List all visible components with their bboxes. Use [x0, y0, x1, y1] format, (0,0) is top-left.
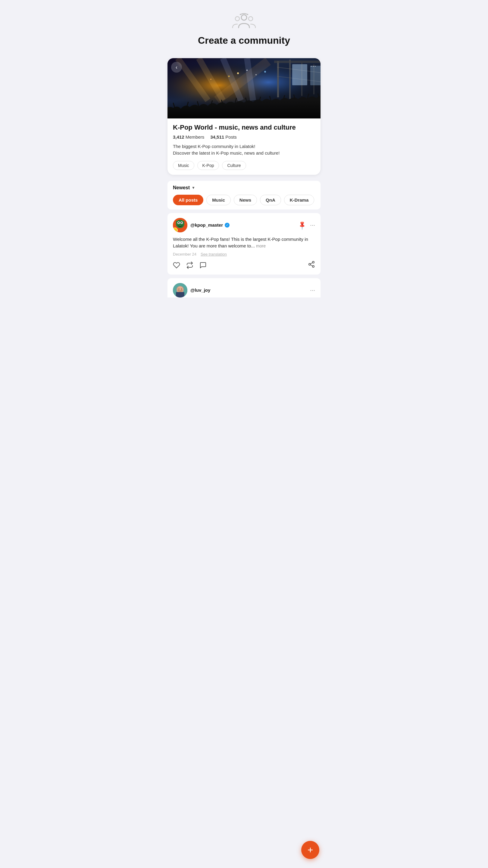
- tag-kpop[interactable]: K-Pop: [197, 161, 219, 170]
- community-icon: [232, 12, 256, 30]
- svg-line-31: [211, 100, 213, 106]
- svg-point-4: [247, 14, 248, 15]
- back-button[interactable]: ‹: [171, 62, 182, 73]
- avatar-kpop-master: 👑: [173, 218, 187, 232]
- tag-music[interactable]: Music: [173, 161, 194, 170]
- page-wrapper: Create a community: [163, 0, 325, 325]
- svg-rect-15: [292, 64, 307, 85]
- stage-svg: [167, 58, 321, 119]
- svg-line-51: [311, 262, 313, 264]
- svg-point-46: [181, 222, 182, 223]
- svg-point-56: [178, 288, 180, 289]
- repost-button-1[interactable]: [186, 261, 193, 269]
- username-2[interactable]: @luv_joy: [190, 287, 210, 293]
- svg-point-3: [240, 14, 241, 15]
- post-card-1: 👑 @kpop_master ✓ 📌 ··· Welcome all the K…: [167, 213, 321, 275]
- post-footer-1: [173, 261, 315, 270]
- post-more-button-1[interactable]: ···: [310, 221, 315, 228]
- svg-point-23: [247, 70, 248, 71]
- svg-rect-8: [277, 61, 279, 97]
- svg-line-50: [311, 265, 313, 266]
- dropdown-arrow-icon: ▼: [192, 186, 195, 190]
- svg-point-26: [210, 79, 212, 80]
- svg-line-30: [197, 101, 199, 106]
- post-user-info-1: @kpop_master ✓: [190, 222, 298, 227]
- svg-point-1: [235, 17, 239, 21]
- like-button-1[interactable]: [173, 261, 180, 269]
- username-row-2: @luv_joy: [190, 287, 310, 293]
- badge-icon: 👑: [173, 227, 178, 232]
- post-header-2: @luv_joy ···: [173, 283, 315, 298]
- header-section: Create a community: [163, 0, 325, 58]
- svg-point-24: [228, 76, 230, 77]
- avatar-luv-joy: [173, 283, 187, 298]
- post-card-2: @luv_joy ···: [167, 278, 321, 298]
- tab-all-posts[interactable]: All posts: [173, 195, 203, 205]
- community-name: K-Pop World - music, news and culture: [173, 123, 315, 132]
- svg-line-29: [187, 102, 188, 107]
- tab-music[interactable]: Music: [206, 195, 231, 205]
- svg-line-28: [173, 103, 175, 108]
- tag-culture[interactable]: Culture: [222, 161, 246, 170]
- post-user-info-2: @luv_joy: [190, 287, 310, 293]
- post-actions-right-2: ···: [310, 287, 315, 293]
- post-more-button-2[interactable]: ···: [310, 287, 315, 293]
- svg-point-22: [237, 72, 239, 74]
- filter-section: Newest ▼ All posts Music News QnA K-Dram…: [167, 181, 321, 210]
- sort-label: Newest: [173, 185, 190, 190]
- tab-kdrama[interactable]: K-Drama: [284, 195, 315, 205]
- svg-point-2: [249, 17, 253, 21]
- card-content: K-Pop World - music, news and culture 3,…: [167, 119, 321, 175]
- category-tabs: All posts Music News QnA K-Drama O: [173, 195, 315, 205]
- tags-row: Music K-Pop Culture: [173, 161, 315, 170]
- tab-qna[interactable]: QnA: [260, 195, 281, 205]
- stats-row: 3,412 Members 34,511 Posts: [173, 134, 315, 140]
- post-more-link-1[interactable]: more: [256, 244, 266, 248]
- see-translation-1[interactable]: See translation: [201, 252, 227, 256]
- comment-button-1[interactable]: [199, 261, 207, 269]
- concert-banner: ‹ ···: [167, 58, 321, 119]
- verified-icon-1: ✓: [225, 223, 230, 227]
- posts-stat: 34,511 Posts: [210, 134, 237, 140]
- sort-dropdown[interactable]: Newest ▼: [173, 185, 315, 190]
- svg-rect-54: [176, 292, 184, 298]
- post-text-1: Welcome all the K-Pop fans! This is the …: [173, 236, 315, 250]
- image-more-button[interactable]: ···: [310, 62, 316, 69]
- action-icons-1: [173, 261, 207, 269]
- svg-point-27: [264, 71, 266, 73]
- svg-line-32: [221, 100, 223, 105]
- post-date-row-1: December 24 See translation: [173, 252, 315, 256]
- username-row-1: @kpop_master ✓: [190, 222, 298, 227]
- svg-point-57: [181, 288, 182, 289]
- svg-point-25: [255, 74, 257, 75]
- svg-point-45: [178, 222, 179, 223]
- members-stat: 3,412 Members: [173, 134, 204, 140]
- post-header-1: 👑 @kpop_master ✓ 📌 ···: [173, 218, 315, 232]
- pin-icon-1: 📌: [297, 220, 307, 230]
- community-card: ‹ ··· K-Pop World - music, news and cult…: [167, 58, 321, 175]
- post-actions-right-1: 📌 ···: [298, 221, 315, 229]
- share-button-1[interactable]: [308, 261, 315, 270]
- community-description: The biggest K-Pop community in Lalatok! …: [173, 143, 315, 157]
- page-title: Create a community: [198, 35, 290, 46]
- tab-news[interactable]: News: [234, 195, 257, 205]
- post-date-1: December 24: [173, 252, 196, 256]
- svg-point-0: [241, 15, 247, 20]
- svg-rect-9: [289, 60, 291, 99]
- username-1[interactable]: @kpop_master: [190, 222, 223, 227]
